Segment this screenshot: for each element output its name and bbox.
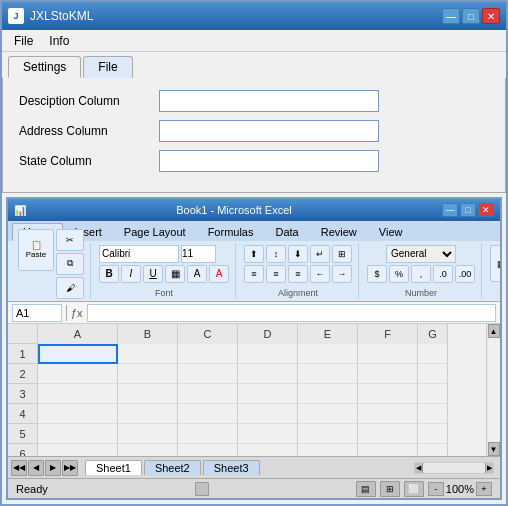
state-input[interactable] xyxy=(159,150,379,172)
ribbon-tab-pagelayout[interactable]: Page Layout xyxy=(113,223,197,241)
cell-d6[interactable] xyxy=(238,444,298,456)
format-painter-button[interactable]: 🖌 xyxy=(56,277,84,299)
cell-d5[interactable] xyxy=(238,424,298,444)
sheet-nav-first[interactable]: ◀◀ xyxy=(11,460,27,476)
cell-g5[interactable] xyxy=(418,424,448,444)
menu-item-file[interactable]: File xyxy=(6,32,41,50)
align-bottom-button[interactable]: ⬇ xyxy=(288,245,308,263)
cell-e3[interactable] xyxy=(298,384,358,404)
maximize-button[interactable]: □ xyxy=(462,8,480,24)
percent-button[interactable]: % xyxy=(389,265,409,283)
border-button[interactable]: ▦ xyxy=(165,265,185,283)
formula-input[interactable] xyxy=(87,304,496,322)
col-header-e[interactable]: E xyxy=(298,324,358,344)
cell-b3[interactable] xyxy=(118,384,178,404)
cell-a5[interactable] xyxy=(38,424,118,444)
cell-e6[interactable] xyxy=(298,444,358,456)
currency-button[interactable]: $ xyxy=(367,265,387,283)
font-size-input[interactable] xyxy=(181,245,216,263)
excel-maximize-button[interactable]: □ xyxy=(460,203,476,217)
sheet-nav-last[interactable]: ▶▶ xyxy=(62,460,78,476)
styles-gallery-button[interactable]: ▦ Styles xyxy=(490,245,502,282)
description-input[interactable] xyxy=(159,90,379,112)
horizontal-scrollbar[interactable]: ◀ ▶ xyxy=(414,462,494,474)
cell-b6[interactable] xyxy=(118,444,178,456)
cut-button[interactable]: ✂ xyxy=(56,229,84,251)
cell-c6[interactable] xyxy=(178,444,238,456)
wrap-text-button[interactable]: ↵ xyxy=(310,245,330,263)
decrease-indent-button[interactable]: ← xyxy=(310,265,330,283)
tab-file[interactable]: File xyxy=(83,56,132,78)
cell-d4[interactable] xyxy=(238,404,298,424)
align-center-button[interactable]: ≡ xyxy=(266,265,286,283)
sheet-tab-1[interactable]: Sheet1 xyxy=(85,460,142,475)
cell-c3[interactable] xyxy=(178,384,238,404)
cell-a6[interactable] xyxy=(38,444,118,456)
cell-f5[interactable] xyxy=(358,424,418,444)
copy-button[interactable]: ⧉ xyxy=(56,253,84,275)
cell-e1[interactable] xyxy=(298,344,358,364)
cell-a1[interactable] xyxy=(38,344,118,364)
font-name-input[interactable] xyxy=(99,245,179,263)
cell-reference-input[interactable] xyxy=(12,304,62,322)
cell-a2[interactable] xyxy=(38,364,118,384)
cell-g4[interactable] xyxy=(418,404,448,424)
cell-b4[interactable] xyxy=(118,404,178,424)
increase-decimal-button[interactable]: .00 xyxy=(455,265,475,283)
scroll-right-button[interactable]: ▶ xyxy=(485,463,493,473)
cell-f1[interactable] xyxy=(358,344,418,364)
align-top-button[interactable]: ⬆ xyxy=(244,245,264,263)
font-color-button[interactable]: A xyxy=(209,265,229,283)
cell-g2[interactable] xyxy=(418,364,448,384)
increase-indent-button[interactable]: → xyxy=(332,265,352,283)
menu-item-info[interactable]: Info xyxy=(41,32,77,50)
scroll-left-button[interactable]: ◀ xyxy=(415,463,423,473)
excel-close-button[interactable]: ✕ xyxy=(478,203,494,217)
page-break-view-button[interactable]: ⬜ xyxy=(404,481,424,497)
ribbon-tab-review[interactable]: Review xyxy=(310,223,368,241)
col-header-c[interactable]: C xyxy=(178,324,238,344)
sheet-tab-3[interactable]: Sheet3 xyxy=(203,460,260,475)
status-info-icon[interactable] xyxy=(195,482,209,496)
cell-b5[interactable] xyxy=(118,424,178,444)
col-header-b[interactable]: B xyxy=(118,324,178,344)
function-wizard-icon[interactable]: ƒx xyxy=(71,307,83,319)
italic-button[interactable]: I xyxy=(121,265,141,283)
cell-f4[interactable] xyxy=(358,404,418,424)
sheet-tab-2[interactable]: Sheet2 xyxy=(144,460,201,475)
decrease-decimal-button[interactable]: .0 xyxy=(433,265,453,283)
vertical-scrollbar[interactable]: ▲ ▼ xyxy=(486,324,500,456)
close-button[interactable]: ✕ xyxy=(482,8,500,24)
page-layout-view-button[interactable]: ⊞ xyxy=(380,481,400,497)
cell-g6[interactable] xyxy=(418,444,448,456)
cell-a3[interactable] xyxy=(38,384,118,404)
cell-f2[interactable] xyxy=(358,364,418,384)
address-input[interactable] xyxy=(159,120,379,142)
bold-button[interactable]: B xyxy=(99,265,119,283)
cell-c1[interactable] xyxy=(178,344,238,364)
paste-button[interactable]: 📋 Paste xyxy=(18,229,54,271)
cell-g3[interactable] xyxy=(418,384,448,404)
underline-button[interactable]: U xyxy=(143,265,163,283)
scroll-up-button[interactable]: ▲ xyxy=(488,324,500,338)
sheet-nav-prev[interactable]: ◀ xyxy=(28,460,44,476)
minimize-button[interactable]: — xyxy=(442,8,460,24)
cell-c5[interactable] xyxy=(178,424,238,444)
cell-d3[interactable] xyxy=(238,384,298,404)
zoom-in-button[interactable]: + xyxy=(476,482,492,496)
cell-a4[interactable] xyxy=(38,404,118,424)
cell-b2[interactable] xyxy=(118,364,178,384)
number-format-select[interactable]: General xyxy=(386,245,456,263)
cell-e2[interactable] xyxy=(298,364,358,384)
align-right-button[interactable]: ≡ xyxy=(288,265,308,283)
ribbon-tab-view[interactable]: View xyxy=(368,223,414,241)
ribbon-tab-formulas[interactable]: Formulas xyxy=(197,223,265,241)
tab-settings[interactable]: Settings xyxy=(8,56,81,78)
cell-d2[interactable] xyxy=(238,364,298,384)
excel-minimize-button[interactable]: — xyxy=(442,203,458,217)
col-header-f[interactable]: F xyxy=(358,324,418,344)
col-header-g[interactable]: G xyxy=(418,324,448,344)
scroll-down-button[interactable]: ▼ xyxy=(488,442,500,456)
merge-center-button[interactable]: ⊞ xyxy=(332,245,352,263)
cell-c2[interactable] xyxy=(178,364,238,384)
